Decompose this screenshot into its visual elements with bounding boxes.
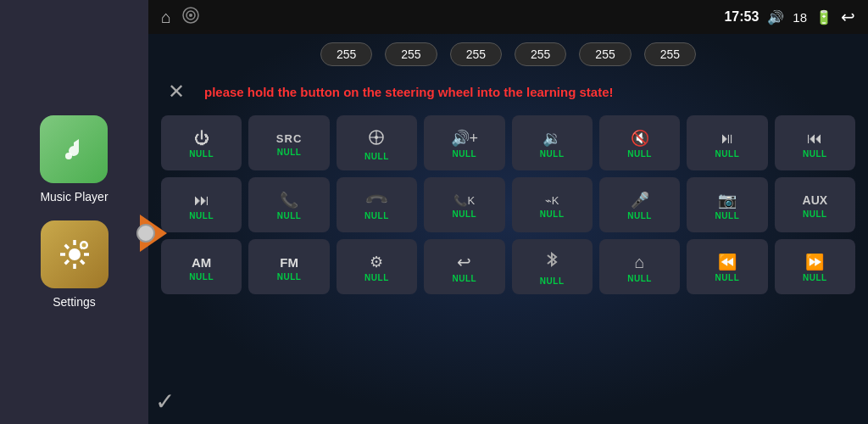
btn-vol-up-label: NULL [452,149,476,159]
next-icon: ⏭ [194,192,209,208]
btn-vol-up[interactable]: 🔊+ NULL [424,115,504,170]
svg-line-9 [64,260,68,264]
btn-am-label: NULL [189,272,214,282]
button-row-3: AM NULL FM NULL ⚙ NULL ↩ NULL [161,239,855,294]
instruction-row: ✕ please hold the button on the steering… [161,75,855,109]
svg-line-7 [81,260,84,264]
btn-mic[interactable]: 🎤 NULL [599,177,680,232]
bluetooth-icon [544,252,559,273]
btn-mic-label: NULL [627,211,652,220]
btn-mute[interactable]: 🔇 NULL [599,115,680,170]
btn-call-end2[interactable]: ⌁K NULL [512,177,593,232]
button-grid: ⏻ NULL SRC NULL [161,115,855,416]
btn-ff-label: NULL [803,273,827,282]
btn-prev-label: NULL [803,149,827,159]
btn-next[interactable]: ⏭ NULL [161,177,242,232]
btn-play-pause[interactable]: ⏯ NULL [687,115,767,170]
volume-icon: 🔊 [767,9,784,25]
button-row-2: ⏭ NULL 📞 NULL 📞 NULL 📞K NULL ⌁K NUL [161,177,855,232]
btn-camera-label: NULL [715,211,740,220]
btn-call-answer-label: NULL [277,211,302,220]
btn-bluetooth[interactable]: NULL [512,239,593,294]
btn-settings-label: NULL [364,273,389,282]
call-end2-icon: ⌁K [545,195,559,206]
home-btn-icon: ⌂ [635,254,645,271]
value-pills-row: 255 255 255 255 255 255 [161,42,855,66]
close-button[interactable]: ✕ [161,76,192,107]
aux-icon: AUX [803,194,828,206]
top-bar: ⌂ 17:53 🔊 18 🔋 ↩ [148,0,868,34]
value-pill-0: 255 [320,42,372,66]
sidebar-item-settings[interactable]: Settings [41,220,108,309]
call-k-icon: 📞K [453,195,475,206]
settings-gear-icon: ⚙ [370,254,383,270]
svg-point-11 [81,243,86,248]
btn-home-label: NULL [627,274,652,283]
svg-line-6 [64,245,68,248]
btn-power-label: NULL [189,149,214,159]
btn-call-end[interactable]: 📞 NULL [337,177,417,232]
back-arrow-icon: ↩ [457,254,471,271]
play-pause-icon: ⏯ [720,131,735,146]
btn-call-answer[interactable]: 📞 NULL [248,177,329,232]
btn-fm-label: NULL [277,272,302,282]
fm-icon: FM [280,256,298,269]
gps-icon [368,129,385,148]
svg-point-14 [189,14,192,17]
btn-call-end2-label: NULL [540,209,565,219]
btn-src[interactable]: SRC NULL [248,115,329,170]
btn-src-label: NULL [277,148,302,157]
btn-back[interactable]: ↩ NULL [424,239,504,294]
btn-power[interactable]: ⏻ NULL [161,115,242,170]
top-bar-left: ⌂ [161,6,200,29]
btn-settings[interactable]: ⚙ NULL [337,239,417,294]
sidebar: Music Player Settings [0,0,148,424]
instruction-text: please hold the button on the steering w… [204,85,614,99]
vol-down-icon: 🔉 [542,131,561,146]
btn-call-k-label: NULL [452,209,476,219]
prev-icon: ⏮ [807,131,822,146]
back-icon[interactable]: ↩ [841,7,855,27]
btn-am[interactable]: AM NULL [161,239,242,294]
home-icon[interactable]: ⌂ [161,8,171,27]
top-bar-right: 17:53 🔊 18 🔋 ↩ [724,7,855,27]
btn-next-label: NULL [189,211,214,220]
volume-level: 18 [793,10,807,25]
camera-icon: 📷 [718,192,737,208]
btn-home[interactable]: ⌂ NULL [599,239,680,294]
btn-camera[interactable]: 📷 NULL [687,177,767,232]
btn-rewind[interactable]: ⏪ NULL [687,239,767,294]
rewind-icon: ⏪ [718,254,737,270]
sidebar-item-music[interactable]: Music Player [40,115,108,204]
btn-prev[interactable]: ⏮ NULL [775,115,855,170]
btn-aux-label: NULL [803,209,827,219]
battery-icon: 🔋 [815,9,832,25]
btn-gps[interactable]: NULL [337,115,417,170]
btn-vol-down[interactable]: 🔉 NULL [512,115,593,170]
btn-aux[interactable]: AUX NULL [775,177,855,232]
svg-point-0 [65,153,72,159]
fast-forward-icon: ⏩ [805,254,824,270]
am-icon: AM [192,256,211,269]
radio-icon[interactable] [181,6,200,29]
value-pill-1: 255 [385,42,437,66]
settings-label: Settings [53,295,96,309]
confirm-button[interactable]: ✓ [155,388,175,416]
music-player-label: Music Player [40,190,108,204]
btn-vol-down-label: NULL [540,149,565,159]
value-pill-3: 255 [515,42,566,66]
mic-icon: 🎤 [631,192,649,208]
settings-icon-box [41,220,108,288]
btn-fast-forward[interactable]: ⏩ NULL [775,239,855,294]
btn-fm[interactable]: FM NULL [248,239,329,294]
mute-icon: 🔇 [631,131,649,146]
value-pill-2: 255 [450,42,502,66]
power-icon: ⏻ [194,131,209,146]
content-area: 255 255 255 255 255 255 ✕ please hold th… [148,34,868,424]
btn-bluetooth-label: NULL [540,276,565,286]
btn-call-k[interactable]: 📞K NULL [424,177,504,232]
time-display: 17:53 [724,9,759,25]
drag-handle[interactable] [136,224,155,243]
btn-rewind-label: NULL [715,273,740,282]
src-icon: SRC [276,133,302,144]
